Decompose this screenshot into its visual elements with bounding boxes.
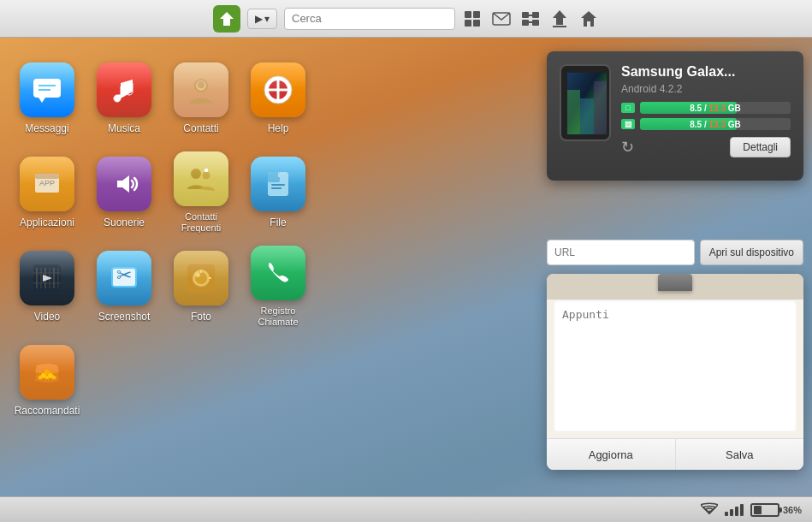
svg-marker-29 (117, 175, 129, 193)
open-on-device-button[interactable]: Apri sul dispositivo (700, 240, 803, 265)
signal-bar-1 (725, 512, 728, 516)
topbar: ▶ ▾ (0, 0, 812, 38)
raccomandati-label: Raccomandati (15, 405, 80, 417)
svg-point-52 (195, 272, 200, 277)
svg-rect-32 (204, 169, 208, 172)
app-contatti-frequenti[interactable]: Contatti Frequenti (163, 145, 240, 240)
url-input[interactable] (547, 240, 695, 265)
sync-icon[interactable] (520, 9, 541, 29)
signal-bar-2 (730, 509, 733, 516)
app-logo[interactable] (213, 5, 240, 33)
app-registro-chiamate[interactable]: Registro Chiamate (240, 240, 317, 334)
svg-rect-34 (268, 172, 280, 182)
svg-rect-3 (465, 20, 471, 27)
device-panel: Samsung Galax... Android 4.2.2 □ 8.5 / 1… (547, 51, 803, 181)
url-bar: Apri sul dispositivo (547, 240, 803, 265)
svg-rect-7 (532, 12, 539, 18)
musica-label: Musica (108, 122, 140, 134)
app-video[interactable]: Video (9, 240, 86, 334)
contatti-icon (174, 62, 228, 117)
upload-icon[interactable] (549, 9, 570, 29)
app-messaggi[interactable]: Messaggi (9, 51, 86, 145)
svg-rect-35 (271, 184, 285, 186)
svg-rect-10 (529, 15, 532, 16)
device-actions: ↻ Dettagli (621, 137, 791, 157)
device-name: Samsung Galax... (621, 64, 791, 80)
svg-marker-12 (553, 10, 566, 25)
video-icon (20, 251, 74, 305)
svg-point-31 (202, 171, 210, 180)
contatti-frequenti-label: Contatti Frequenti (167, 211, 235, 234)
svg-rect-15 (33, 79, 61, 98)
app-grid: Messaggi Musica Contatti (9, 51, 317, 428)
app-foto[interactable]: Foto (163, 240, 240, 334)
app-contatti[interactable]: Contatti (163, 51, 240, 145)
screenshot-icon: ✂ (97, 251, 151, 305)
refresh-icon[interactable]: ↻ (621, 138, 634, 157)
notes-textarea[interactable] (554, 300, 797, 428)
help-label: Help (268, 122, 289, 134)
svg-rect-13 (553, 26, 566, 27)
signal-bar-3 (735, 507, 738, 516)
screenshot-label: Screenshot (98, 311, 151, 323)
contatti-label: Contatti (183, 122, 218, 134)
storage-text-1: 8.5 / 13.3 GB (640, 102, 791, 114)
grid-icon[interactable] (462, 9, 483, 29)
storage-track-1: 8.5 / 13.3 GB (640, 102, 791, 114)
save-button[interactable]: Salva (676, 439, 804, 470)
raccomandati-icon: ★★★ (20, 345, 74, 400)
registro-label: Registro Chiamate (244, 305, 312, 328)
foto-icon (174, 251, 228, 305)
svg-rect-36 (271, 187, 282, 189)
signal-icon (725, 504, 744, 516)
registro-icon (251, 246, 305, 300)
clipboard-clip (658, 274, 692, 291)
dettagli-button[interactable]: Dettagli (730, 137, 791, 157)
applicazioni-label: Applicazioni (20, 217, 74, 228)
mail-icon[interactable] (491, 9, 512, 29)
search-input[interactable] (284, 8, 455, 30)
svg-rect-62 (594, 81, 607, 134)
help-icon (251, 62, 305, 117)
storage-bar-2: ▤ 8.5 / 13.3 GB (621, 118, 791, 130)
storage-icon-2: ▤ (621, 119, 635, 129)
notes-panel: Aggiorna Salva (547, 274, 803, 470)
app-raccomandati[interactable]: ★★★ Raccomandati (9, 334, 86, 428)
suonerie-label: Suonerie (104, 217, 145, 228)
messaggi-icon (20, 62, 74, 117)
app-file[interactable]: File (240, 145, 317, 240)
svg-rect-11 (529, 21, 532, 23)
svg-rect-8 (522, 20, 529, 26)
svg-rect-2 (473, 11, 480, 18)
device-image (560, 64, 611, 141)
svg-text:★★★: ★★★ (37, 373, 57, 382)
svg-point-30 (191, 169, 201, 179)
home-icon[interactable] (578, 9, 599, 29)
svg-rect-1 (465, 11, 471, 18)
storage-track-2: 8.5 / 13.3 GB (640, 118, 791, 130)
storage-bar-1: □ 8.5 / 13.3 GB (621, 102, 791, 114)
app-suonerie[interactable]: Suonerie (86, 145, 163, 240)
battery-text: 36% (783, 505, 802, 515)
battery-container: 36% (750, 503, 802, 517)
app-musica[interactable]: Musica (86, 51, 163, 145)
device-info: Samsung Galax... Android 4.2.2 □ 8.5 / 1… (560, 64, 791, 157)
update-button[interactable]: Aggiorna (547, 439, 676, 470)
musica-icon (97, 62, 151, 117)
svg-marker-14 (581, 11, 596, 27)
app-screenshot[interactable]: ✂ Screenshot (86, 240, 163, 334)
suonerie-icon (97, 157, 151, 211)
svg-marker-16 (39, 98, 45, 103)
topbar-icons (462, 9, 599, 29)
svg-text:APP: APP (39, 179, 55, 187)
app-help[interactable]: Help (240, 51, 317, 145)
device-screen (567, 73, 607, 134)
play-button[interactable]: ▶ ▾ (247, 9, 277, 29)
notes-buttons: Aggiorna Salva (547, 438, 803, 470)
wifi-icon (701, 501, 718, 519)
svg-point-21 (198, 81, 204, 88)
applicazioni-icon: APP (20, 157, 74, 211)
statusbar: 36% (0, 496, 812, 522)
svg-rect-9 (532, 20, 539, 26)
app-applicazioni[interactable]: APP Applicazioni (9, 145, 86, 240)
